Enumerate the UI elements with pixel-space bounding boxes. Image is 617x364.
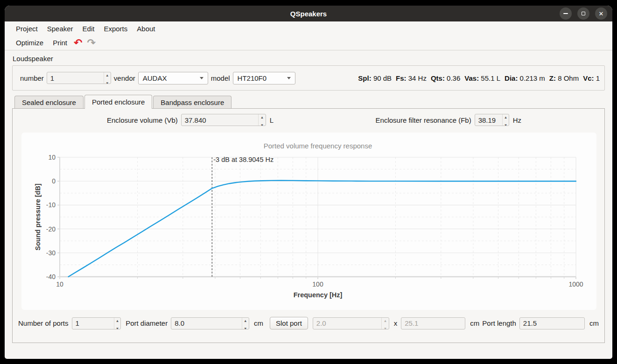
redo-icon[interactable]: ↷	[87, 38, 95, 48]
menu-exports[interactable]: Exports	[99, 23, 132, 35]
slot-width-input	[313, 318, 381, 329]
slot-dimensions-separator: x	[394, 319, 398, 327]
spec-dia: Dia: 0.213 m	[505, 74, 545, 82]
toolbar: Optimize Print ↶ ↷	[5, 35, 612, 50]
enclosure-params-row: Enclosure volume (Vb) L Enclosure filter…	[18, 113, 599, 126]
port-diameter-unit: cm	[254, 319, 263, 327]
resonance-label: Enclosure filter resonance (Fb)	[376, 116, 471, 124]
volume-label: Enclosure volume (Vb)	[107, 116, 178, 124]
slot-width-spinbox	[313, 317, 389, 329]
number-of-ports-input[interactable]	[72, 318, 114, 329]
number-of-ports-spinbox[interactable]	[72, 317, 121, 329]
response-curve	[69, 181, 576, 277]
model-value: HT210F0	[238, 74, 267, 82]
spec-vc: Vc: 1	[583, 74, 600, 82]
spec-spl: Spl: 90 dB	[358, 74, 392, 82]
maximize-button[interactable]	[577, 7, 589, 20]
volume-unit: L	[270, 116, 273, 124]
resonance-input[interactable]	[475, 114, 503, 126]
speaker-number-input[interactable]	[47, 72, 104, 84]
vendor-label: vendor	[114, 74, 135, 82]
volume-group: Enclosure volume (Vb) L	[107, 114, 273, 126]
port-length-unit: cm	[589, 319, 599, 327]
number-label: number	[20, 74, 44, 82]
resonance-spinbox[interactable]	[475, 114, 509, 126]
port-length-field[interactable]	[519, 317, 585, 329]
ported-enclosure-pane: Enclosure volume (Vb) L Enclosure filter…	[12, 108, 605, 343]
port-diameter-input[interactable]	[171, 318, 241, 329]
vendor-dropdown[interactable]: AUDAX	[138, 72, 208, 84]
slot-port-button[interactable]: Slot port	[270, 317, 308, 329]
spec-fs: Fs: 34 Hz	[396, 74, 427, 82]
tab-sealed-enclosure[interactable]: Sealed enclosure	[14, 96, 84, 108]
speaker-specs: Spl: 90 dB Fs: 34 Hz Qts: 0.36 Vas: 55.1…	[358, 74, 600, 82]
close-button[interactable]: ✕	[595, 7, 607, 20]
frequency-response-chart: 101001000100-10-20-30-40-3 dB at 38.9045…	[21, 133, 596, 310]
spinner-arrows-icon	[381, 318, 388, 329]
menubar: Project Speaker Edit Exports About	[5, 21, 612, 35]
print-button[interactable]: Print	[48, 37, 72, 49]
number-of-ports-label: Number of ports	[18, 319, 69, 327]
slot-unit: cm	[470, 319, 479, 327]
maximize-icon	[582, 12, 585, 15]
minus3db-annotation: -3 dB at 38.9045 Hz	[213, 156, 273, 163]
tab-bandpass-enclosure[interactable]: Bandpass enclosure	[153, 96, 231, 108]
minimize-button[interactable]	[560, 7, 572, 20]
spinner-arrows-icon[interactable]	[258, 114, 266, 126]
close-icon: ✕	[599, 11, 604, 17]
slot-height-field	[401, 317, 465, 329]
resonance-group: Enclosure filter resonance (Fb) Hz	[376, 114, 521, 126]
volume-spinbox[interactable]	[181, 114, 266, 126]
spinner-arrows-icon[interactable]	[502, 114, 508, 126]
slot-height-input	[401, 318, 465, 329]
port-length-input[interactable]	[520, 318, 584, 329]
app-window: QSpeakers ✕ Project Speaker Edit Exports…	[5, 6, 612, 359]
chevron-down-icon	[200, 77, 203, 79]
enclosure-tabbar: Sealed enclosure Ported enclosure Bandpa…	[12, 95, 605, 108]
y-axis-title: Sound pressure [dB]	[34, 183, 42, 251]
port-length-label: Port length	[482, 319, 516, 327]
spinner-arrows-icon[interactable]	[114, 318, 120, 329]
model-label: model	[211, 74, 230, 82]
y-tick-label: -10	[46, 201, 56, 209]
x-tick-label: 100	[312, 280, 323, 288]
tab-ported-enclosure[interactable]: Ported enclosure	[84, 95, 152, 109]
port-diameter-spinbox[interactable]	[171, 317, 249, 329]
loudspeaker-group-label: Loudspeaker	[13, 55, 605, 63]
menu-about[interactable]: About	[132, 23, 160, 35]
resonance-unit: Hz	[513, 116, 521, 124]
menu-speaker[interactable]: Speaker	[42, 23, 78, 35]
menu-project[interactable]: Project	[11, 23, 42, 35]
volume-input[interactable]	[182, 114, 259, 126]
y-tick-label: 0	[52, 177, 56, 185]
undo-icon[interactable]: ↶	[74, 38, 82, 48]
x-tick-label: 10	[56, 280, 63, 288]
chart-panel: 101001000100-10-20-30-40-3 dB at 38.9045…	[21, 133, 596, 310]
spinner-arrows-icon[interactable]	[242, 318, 249, 329]
window-title: QSpeakers	[5, 10, 612, 18]
menu-edit[interactable]: Edit	[78, 23, 99, 35]
spec-vas: Vas: 55.1 L	[464, 74, 500, 82]
optimize-button[interactable]: Optimize	[11, 37, 48, 49]
chart-title: Ported volume frequency response	[264, 142, 372, 150]
vendor-value: AUDAX	[143, 74, 167, 82]
speaker-number-spinbox[interactable]	[47, 72, 111, 84]
main-content: Loudspeaker number vendor AUDAX model HT…	[5, 55, 612, 343]
spec-z: Z: 8 Ohm	[549, 74, 579, 82]
port-diameter-label: Port diameter	[126, 319, 168, 327]
spinner-arrows-icon[interactable]	[104, 72, 111, 84]
model-dropdown[interactable]: HT210F0	[233, 72, 295, 84]
spec-qts: Qts: 0.36	[431, 74, 460, 82]
y-tick-label: 10	[48, 154, 56, 161]
chevron-down-icon	[287, 77, 291, 79]
y-tick-label: -20	[46, 225, 56, 233]
y-tick-label: -40	[46, 273, 56, 280]
loudspeaker-groupbox: number vendor AUDAX model HT210F0 Spl: 9…	[12, 65, 605, 91]
port-controls-row: Number of ports Port diameter cm Slot po…	[18, 317, 599, 329]
x-axis-title: Frequency [Hz]	[294, 291, 343, 299]
y-tick-label: -30	[46, 249, 56, 257]
minimize-icon	[563, 13, 568, 14]
window-controls: ✕	[560, 7, 607, 20]
titlebar: QSpeakers ✕	[5, 6, 612, 21]
x-tick-label: 1000	[568, 280, 583, 288]
